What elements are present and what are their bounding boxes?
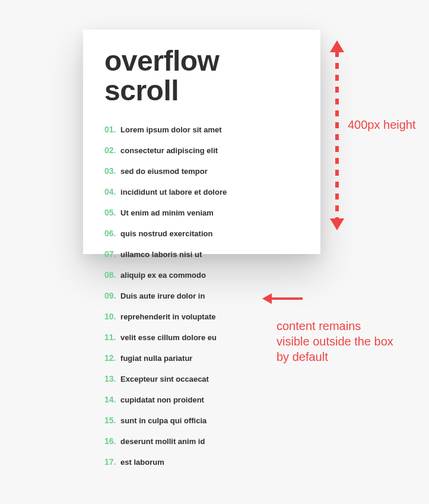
list-item: 02. consectetur adipiscing elit (104, 140, 299, 161)
list-item: 01. Lorem ipsum dolor sit amet (104, 119, 299, 140)
arrow-shaft-h (271, 297, 303, 300)
arrow-down-icon (330, 218, 344, 230)
list-item-number: 16. (104, 436, 116, 446)
list-item-text: deserunt mollit anim id (118, 437, 205, 446)
list-item-text: aliquip ex ea commodo (118, 271, 205, 280)
height-label: 400px height (348, 118, 416, 132)
overflow-arrow (262, 294, 303, 303)
list-item-number: 10. (104, 312, 116, 321)
list-item-text: sed do eiusmod tempor (118, 167, 207, 176)
height-arrow (331, 40, 343, 230)
list-item-number: 07. (104, 249, 116, 259)
list-item-text: Ut enim ad minim veniam (118, 208, 213, 217)
list-item: 08. aliquip ex ea commodo (104, 265, 299, 286)
list-item-text: fugiat nulla pariatur (118, 354, 192, 363)
overflow-label: content remains visible outside the box … (277, 318, 395, 364)
list-item: 14. cupidatat non proident (104, 389, 299, 410)
list-item-text: consectetur adipiscing elit (118, 146, 218, 155)
list-item: 16. deserunt mollit anim id (104, 431, 299, 452)
list-item: 10. reprehenderit in voluptate (104, 306, 299, 327)
list-item-text: velit esse cillum dolore eu (118, 333, 216, 342)
list-item-number: 05. (104, 208, 116, 217)
list-item-number: 02. (104, 145, 116, 155)
list-item-text: ullamco laboris nisi ut (118, 250, 202, 259)
list-item: 17. est laborum (104, 452, 299, 473)
list-item-text: reprehenderit in voluptate (118, 312, 215, 321)
list-item-number: 12. (104, 353, 116, 363)
arrow-shaft (335, 51, 339, 220)
list-item: 07. ullamco laboris nisi ut (104, 244, 299, 265)
list-item-number: 06. (104, 229, 116, 238)
list-item-text: sunt in culpa qui officia (118, 416, 206, 425)
list-item: 05. Ut enim ad minim veniam (104, 202, 299, 223)
list-item-text: Excepteur sint occaecat (118, 375, 208, 383)
list-item-number: 01. (104, 125, 116, 134)
list-item: 15. sunt in culpa qui officia (104, 410, 299, 431)
list-item: 11. velit esse cillum dolore eu (104, 327, 299, 348)
list-item-text: Duis aute irure dolor in (118, 291, 205, 300)
list-item-number: 11. (104, 332, 116, 342)
list-item-number: 09. (104, 291, 116, 300)
list-item-text: Lorem ipsum dolor sit amet (118, 125, 221, 134)
list-item-number: 17. (104, 457, 116, 467)
list-item: 13. Excepteur sint occaecat (104, 369, 299, 389)
list-item-number: 15. (104, 416, 116, 425)
list-item-number: 14. (104, 395, 116, 404)
card-container: overflow scroll 01. Lorem ipsum dolor si… (83, 30, 320, 254)
list-item-number: 13. (104, 374, 116, 383)
arrow-up-icon (330, 40, 344, 52)
list-item-text: est laborum (118, 458, 164, 467)
list-item: 06. quis nostrud exercitation (104, 223, 299, 244)
card-title: overflow scroll (104, 46, 299, 106)
list-item: 12. fugiat nulla pariatur (104, 348, 299, 369)
list-item-text: incididunt ut labore et dolore (118, 188, 227, 196)
list-item-number: 03. (104, 166, 116, 176)
list-item: 03. sed do eiusmod tempor (104, 161, 299, 182)
list-item-text: quis nostrud exercitation (118, 229, 212, 238)
list-item: 04. incididunt ut labore et dolore (104, 182, 299, 202)
list-item-number: 04. (104, 187, 116, 196)
list-item-number: 08. (104, 270, 116, 280)
list-item-text: cupidatat non proident (118, 395, 204, 404)
